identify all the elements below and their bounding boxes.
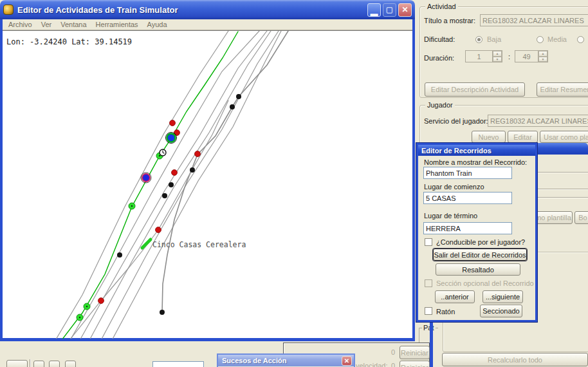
mouse-checkbox[interactable] [425, 307, 432, 315]
marker-red[interactable] [156, 227, 161, 233]
marker-black[interactable] [117, 252, 122, 258]
use-as-template-button-fragment: mo plantilla [534, 211, 573, 224]
marker-red[interactable] [98, 298, 104, 304]
sectioned-button[interactable]: Seccionado [480, 305, 522, 317]
marker-black[interactable] [160, 310, 165, 315]
marker-red[interactable] [195, 151, 201, 157]
route-editor-title: Editor de Recorridos [421, 147, 492, 155]
map-client-area[interactable]: Lon: -3.24240 Lat: 39.14519 Cinco Casas … [3, 30, 412, 338]
activity-title-input: REG18032 ALCAZAR LINARES [480, 14, 588, 26]
maximize-icon: ▢ [386, 5, 393, 14]
spin-up-icon: ▲ [538, 51, 547, 57]
track-line[interactable] [100, 31, 279, 339]
track-line[interactable] [69, 31, 259, 339]
difficulty-label: Dificultad: [424, 35, 455, 43]
status-row2-value: 0 [391, 362, 395, 367]
route-name-label: Nombre a mostrar del Recorrido: [424, 158, 527, 166]
marker-black[interactable] [169, 182, 174, 187]
player-new-button: Nuevo [472, 131, 506, 143]
marker-green-center[interactable] [79, 317, 80, 318]
duration-label: Duración: [424, 54, 454, 62]
route-name-input[interactable]: Phantom Train [423, 167, 512, 179]
bottom-toolbar-button-3[interactable] [49, 361, 60, 367]
action-events-window: Sucesos de Acción ✕ [217, 353, 355, 367]
duration-minutes-arrows: ▲▼ [538, 51, 547, 62]
bottom-toolbar-button-2[interactable] [33, 361, 44, 367]
menu-item-ayuda[interactable]: Ayuda [147, 21, 167, 28]
menu-item-herramientas[interactable]: Herramientas [96, 21, 138, 28]
toolbar-separator [30, 359, 31, 367]
marker-black[interactable] [190, 167, 195, 173]
edit-description-button: Editar Descripción Actividad [425, 82, 525, 97]
marker-black[interactable] [236, 94, 241, 99]
duration-hours-value: 1 [466, 51, 492, 62]
marker-blue-green-ring[interactable] [167, 134, 176, 142]
status-row1-value: 0 [391, 348, 395, 356]
track-line[interactable] [88, 31, 271, 339]
drivable-checkbox-label: ¿Conducible por el jugador? [436, 238, 525, 246]
main-window-title: Editor de Actividades de Train Simulator [17, 5, 178, 15]
marker-blue-red-ring[interactable] [142, 174, 150, 182]
action-events-titlebar[interactable]: Sucesos de Acción ✕ [218, 355, 354, 366]
spin-down-icon: ▼ [538, 57, 547, 62]
main-window-titlebar[interactable]: Editor de Actividades de Train Simulator… [0, 0, 415, 19]
app-icon [3, 5, 14, 15]
optional-section-checkbox [425, 279, 432, 287]
route-start-input[interactable]: 5 CASAS [423, 192, 512, 204]
route-end-input[interactable]: HERRERA [423, 222, 512, 234]
marker-green-center[interactable] [131, 205, 133, 207]
duration-separator: : [508, 53, 510, 61]
track-line[interactable] [162, 31, 288, 312]
previous-button[interactable]: ..anterior [435, 290, 475, 303]
marker-green-center[interactable] [159, 155, 160, 156]
difficulty-radio-low-label: Baja [487, 35, 501, 43]
status-row2-reset-button: Reiniciar [400, 361, 430, 367]
maximize-button[interactable]: ▢ [383, 3, 396, 17]
marker-black[interactable] [230, 104, 235, 109]
recalculate-all-button: Recalcularlo todo [442, 353, 588, 366]
marker-black[interactable] [162, 193, 167, 198]
pat-group-label: Pat [422, 324, 436, 332]
close-button[interactable]: ✕ [398, 3, 412, 17]
close-icon: ✕ [344, 357, 349, 364]
bottom-toolbar-combobox[interactable] [152, 361, 204, 367]
duration-hours-arrows: ▲▼ [492, 51, 502, 62]
next-button[interactable]: ...siguiente [482, 290, 523, 303]
bottom-toolbar-button-4[interactable] [65, 361, 76, 367]
difficulty-radio-low [475, 36, 482, 43]
screen: { "window": { "title": "Editor de Activi… [0, 0, 588, 367]
marker-green-center[interactable] [86, 306, 87, 307]
minimize-button[interactable]: ▬ [367, 3, 381, 17]
difficulty-radio-high [577, 36, 584, 43]
highlighted-route-track[interactable] [60, 32, 238, 339]
status-row2-label: velocidad: [356, 362, 388, 367]
bottom-toolbar-button-1[interactable] [6, 360, 28, 367]
spin-down-icon: ▼ [493, 57, 502, 62]
minimize-icon: ▬ [371, 12, 378, 16]
marker-red[interactable] [170, 120, 176, 126]
close-icon: ✕ [401, 5, 408, 14]
route-start-label: Lugar de comienzo [424, 183, 484, 191]
route-editor-titlebar[interactable]: Editor de Recorridos [418, 145, 535, 156]
station-label: Cinco Casas Cerealera [152, 240, 246, 249]
player-service-label: Servicio del jugador: [424, 117, 488, 125]
duration-minutes-value: 49 [515, 51, 538, 62]
player-use-as-template-button: Usar como plant [540, 131, 588, 143]
menu-item-ventana[interactable]: Ventana [60, 21, 86, 28]
player-group-label: Jugador [425, 101, 455, 109]
highlight-button[interactable]: Resaltado [436, 263, 520, 276]
route-map-canvas[interactable] [3, 31, 412, 339]
difficulty-radio-medium [537, 36, 544, 43]
marker-red[interactable] [172, 170, 178, 176]
track-line[interactable] [54, 31, 228, 339]
spin-up-icon: ▲ [493, 51, 502, 57]
menu-item-archivo[interactable]: Archivo [8, 21, 32, 28]
activity-group-label: Actividad [425, 3, 458, 10]
map-coordinates: Lon: -3.24240 Lat: 39.14519 [6, 37, 132, 46]
action-events-close-button[interactable]: ✕ [342, 356, 352, 366]
main-menubar: ArchivoVerVentanaHerramientasAyuda [3, 19, 412, 30]
drivable-checkbox[interactable] [425, 238, 432, 246]
exit-route-editor-button[interactable]: Salir del Editor de Recorridos [433, 249, 527, 261]
menu-item-ver[interactable]: Ver [41, 21, 52, 28]
duration-hours-spinner: 1 ▲▼ [465, 50, 502, 62]
